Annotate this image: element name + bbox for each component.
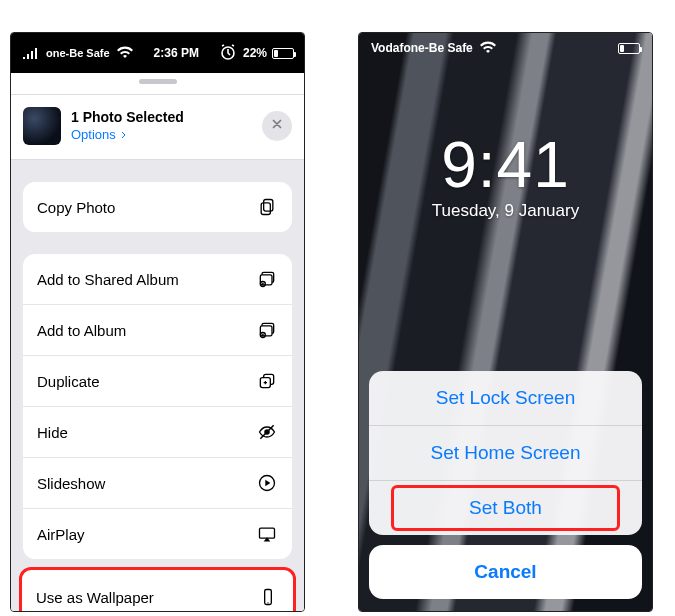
airplay-row[interactable]: AirPlay (23, 508, 292, 559)
share-sheet-body: 1 Photo Selected Options Copy Photo (11, 73, 304, 611)
cellular-icon (21, 42, 41, 65)
action-group-2: Add to Shared Album Add to Album Duplica… (23, 254, 292, 559)
add-album-label: Add to Album (37, 322, 126, 339)
slideshow-label: Slideshow (37, 475, 105, 492)
share-sheet-screenshot: one-Be Safe 2:36 PM 22% 1 Photo Selected… (10, 32, 305, 612)
set-both-button[interactable]: Set Both (369, 480, 642, 535)
close-button[interactable] (262, 111, 292, 141)
wifi-icon (478, 37, 498, 60)
phone-icon (257, 586, 279, 608)
carrier-label: Vodafone-Be Safe (371, 41, 473, 55)
add-album-row[interactable]: Add to Album (23, 304, 292, 355)
set-lock-screen-button[interactable]: Set Lock Screen (369, 371, 642, 425)
cancel-button[interactable]: Cancel (369, 545, 642, 599)
cancel-label: Cancel (474, 561, 536, 582)
selection-title: 1 Photo Selected (71, 108, 252, 126)
battery-pct: 22% (243, 46, 267, 60)
set-lock-screen-label: Set Lock Screen (436, 387, 575, 408)
svg-rect-7 (260, 326, 272, 336)
set-home-screen-button[interactable]: Set Home Screen (369, 425, 642, 480)
sheet-grabber[interactable] (11, 73, 304, 95)
add-shared-album-row[interactable]: Add to Shared Album (23, 254, 292, 304)
copy-photo-row[interactable]: Copy Photo (23, 182, 292, 232)
svg-rect-2 (261, 203, 270, 215)
play-icon (256, 472, 278, 494)
lock-screen-clock: 9:41 Tuesday, 9 January (359, 133, 652, 221)
svg-rect-1 (264, 200, 273, 212)
airplay-icon (256, 523, 278, 545)
hide-label: Hide (37, 424, 68, 441)
svg-point-15 (267, 602, 268, 603)
status-left: one-Be Safe (21, 42, 135, 65)
set-home-screen-label: Set Home Screen (431, 442, 581, 463)
copy-photo-icon (256, 196, 278, 218)
use-as-wallpaper-row[interactable]: Use as Wallpaper (22, 570, 293, 612)
hide-icon (256, 421, 278, 443)
set-both-label: Set Both (469, 497, 542, 518)
duplicate-row[interactable]: Duplicate (23, 355, 292, 406)
status-time: 2:36 PM (154, 46, 199, 60)
slideshow-row[interactable]: Slideshow (23, 457, 292, 508)
battery-icon (272, 48, 294, 59)
wallpaper-action-sheet: Set Lock Screen Set Home Screen Set Both… (369, 371, 642, 599)
options-link[interactable]: Options (71, 127, 252, 144)
share-sheet-header: 1 Photo Selected Options (11, 95, 304, 160)
status-bar: Vodafone-Be Safe (359, 33, 652, 63)
add-album-icon (256, 319, 278, 341)
svg-rect-4 (260, 275, 272, 285)
shared-album-icon (256, 268, 278, 290)
add-shared-album-label: Add to Shared Album (37, 271, 179, 288)
options-label: Options (71, 127, 116, 144)
wallpaper-options-group: Set Lock Screen Set Home Screen Set Both (369, 371, 642, 535)
status-right: 22% (218, 42, 294, 65)
use-as-wallpaper-highlight: Use as Wallpaper (19, 567, 296, 612)
lock-date: Tuesday, 9 January (359, 201, 652, 221)
photo-thumbnail[interactable] (23, 107, 61, 145)
alarm-icon (218, 42, 238, 65)
duplicate-icon (256, 370, 278, 392)
airplay-label: AirPlay (37, 526, 85, 543)
wallpaper-preview-screenshot: Vodafone-Be Safe 9:41 Tuesday, 9 January… (358, 32, 653, 612)
copy-photo-label: Copy Photo (37, 199, 115, 216)
hide-row[interactable]: Hide (23, 406, 292, 457)
duplicate-label: Duplicate (37, 373, 100, 390)
use-as-wallpaper-label: Use as Wallpaper (36, 589, 154, 606)
lock-time: 9:41 (359, 133, 652, 197)
status-bar: one-Be Safe 2:36 PM 22% (11, 33, 304, 73)
wifi-icon (115, 42, 135, 65)
carrier-label: one-Be Safe (46, 47, 110, 59)
svg-rect-13 (260, 528, 275, 538)
battery-icon (618, 43, 640, 54)
close-icon (270, 117, 284, 135)
action-group-1: Copy Photo (23, 182, 292, 232)
